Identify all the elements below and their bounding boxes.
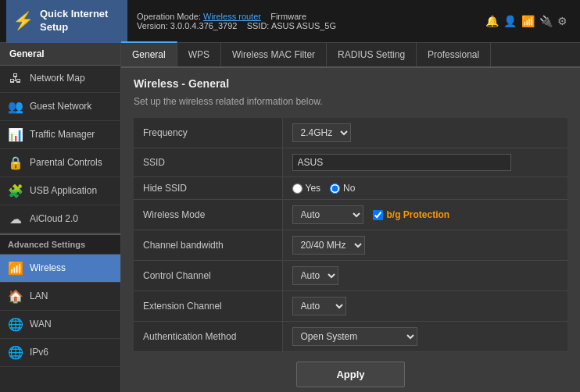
channel-bw-select[interactable]: 20/40 MHz 20 MHz 40 MHz [292,236,365,255]
ssid-label: SSID: [247,21,270,30]
table-row: Authentication Method Open System Shared… [134,322,567,352]
field-label-wireless-mode: Wireless Mode [134,200,282,230]
page-subtitle: Set up the wireless related information … [134,96,567,107]
ipv6-icon: 🌐 [8,345,23,360]
field-value-auth-method: Open System Shared Key WPA-Personal WPA2… [282,322,567,352]
auth-method-select[interactable]: Open System Shared Key WPA-Personal WPA2… [292,327,417,346]
field-value-frequency: 2.4GHz 5GHz [282,118,567,148]
sidebar-item-wireless[interactable]: 📶 Wireless [0,255,120,283]
field-label-hide-ssid: Hide SSID [134,177,282,200]
hide-ssid-no-label[interactable]: No [330,183,355,194]
firmware-label: Firmware [270,12,306,21]
hide-ssid-yes-radio[interactable] [292,184,303,194]
guest-network-icon: 👥 [8,99,23,114]
lan-icon: 🏠 [8,289,23,304]
field-value-control-channel: Auto 123456 [282,261,567,291]
setup-icon: ⚡ [13,11,34,31]
operation-mode-value: Wireless router [203,12,261,21]
aicloud-label: AiCloud 2.0 [30,213,78,226]
network-map-icon: 🖧 [8,72,23,86]
wireless-mode-row: Auto N only B/G Mixed b/g Protection [292,205,559,224]
network-map-label: Network Map [30,73,85,85]
parental-controls-label: Parental Controls [30,157,102,169]
table-row: Frequency 2.4GHz 5GHz [134,118,567,148]
sidebar-item-guest-network[interactable]: 👥 Guest Network [0,93,120,121]
table-row: Control Channel Auto 123456 [134,261,567,291]
notification-icon[interactable]: 🔔 [485,15,499,27]
bg-protection-label[interactable]: b/g Protection [373,209,450,220]
extension-channel-select[interactable]: Auto Above Below [292,297,346,315]
hide-ssid-yes-label[interactable]: Yes [292,183,321,194]
tab-bar: General WPS Wireless MAC Filter RADIUS S… [121,43,580,68]
quick-setup-label: Quick InternetSetup [40,8,108,34]
field-label-frequency: Frequency [134,118,282,148]
apply-row: Apply [134,352,567,392]
general-section-header: General [0,43,120,66]
wifi-icon[interactable]: 📶 [521,15,535,27]
sidebar: General 🖧 Network Map 👥 Guest Network 📊 … [0,43,121,392]
top-icons-bar: 🔔 👤 📶 🔌 ⚙ [485,15,574,27]
hide-ssid-no-radio[interactable] [330,184,340,194]
tab-mac-filter[interactable]: Wireless MAC Filter [221,43,327,66]
sidebar-item-aicloud[interactable]: ☁ AiCloud 2.0 [0,205,120,233]
traffic-manager-icon: 📊 [8,127,23,142]
usb-icon[interactable]: 🔌 [539,15,553,27]
sidebar-item-parental-controls[interactable]: 🔒 Parental Controls [0,149,120,177]
sidebar-item-wan[interactable]: 🌐 WAN [0,311,120,339]
bg-protection-checkbox[interactable] [373,210,383,220]
wireless-mode-select[interactable]: Auto N only B/G Mixed [292,205,363,224]
user-icon[interactable]: 👤 [503,15,517,27]
content-panel: General WPS Wireless MAC Filter RADIUS S… [121,43,580,392]
frequency-select[interactable]: 2.4GHz 5GHz [292,123,351,142]
ssid-input[interactable] [292,154,511,171]
field-label-channel-bw: Channel bandwidth [134,230,282,261]
guest-network-label: Guest Network [30,101,91,113]
wireless-icon: 📶 [8,261,23,276]
table-row: Channel bandwidth 20/40 MHz 20 MHz 40 MH… [134,230,567,261]
ipv6-label: IPv6 [30,347,48,359]
wan-icon: 🌐 [8,317,23,332]
version-label: Version: [137,21,168,30]
field-value-wireless-mode: Auto N only B/G Mixed b/g Protection [282,200,567,230]
wireless-label: Wireless [30,262,66,275]
ssid-value: ASUS ASUS_5G [271,21,336,30]
sidebar-item-lan[interactable]: 🏠 LAN [0,283,120,311]
tab-radius[interactable]: RADIUS Setting [327,43,417,66]
field-value-channel-bw: 20/40 MHz 20 MHz 40 MHz [282,230,567,261]
sidebar-item-ipv6[interactable]: 🌐 IPv6 [0,339,120,367]
advanced-settings-header: Advanced Settings [0,233,120,255]
hide-ssid-radio-group: Yes No [292,183,559,194]
table-row: Wireless Mode Auto N only B/G Mixed b/g … [134,200,567,230]
apply-button[interactable]: Apply [296,362,404,387]
table-row: Extension Channel Auto Above Below [134,291,567,322]
aicloud-icon: ☁ [8,212,23,226]
traffic-manager-label: Traffic Manager [30,129,95,141]
sidebar-item-usb-application[interactable]: 🧩 USB Application [0,177,120,205]
tab-general[interactable]: General [121,41,177,66]
page-title: Wireless - General [134,77,567,90]
parental-controls-icon: 🔒 [8,155,23,170]
field-label-auth-method: Authentication Method [134,322,282,352]
sidebar-item-traffic-manager[interactable]: 📊 Traffic Manager [0,121,120,149]
table-row: SSID [134,148,567,177]
usb-application-label: USB Application [30,185,97,198]
sidebar-item-network-map[interactable]: 🖧 Network Map [0,66,120,93]
field-label-ssid: SSID [134,148,282,177]
tab-professional[interactable]: Professional [417,43,491,66]
quick-setup-panel[interactable]: ⚡ Quick InternetSetup [6,0,127,43]
top-info: Operation Mode: Wireless router Firmware… [127,9,485,34]
wan-label: WAN [30,319,52,331]
field-label-extension-channel: Extension Channel [134,291,282,322]
usb-application-icon: 🧩 [8,184,23,198]
field-label-control-channel: Control Channel [134,261,282,291]
operation-mode-label: Operation Mode: [137,12,201,21]
control-channel-select[interactable]: Auto 123456 [292,266,338,285]
bg-protection-text: b/g Protection [387,209,450,220]
tab-wps[interactable]: WPS [177,43,221,66]
lan-label: LAN [30,290,48,303]
table-row: Hide SSID Yes No [134,177,567,200]
field-value-ssid [282,148,567,177]
settings-icon[interactable]: ⚙ [557,15,567,27]
content-body: Wireless - General Set up the wireless r… [121,68,580,392]
field-value-extension-channel: Auto Above Below [282,291,567,322]
